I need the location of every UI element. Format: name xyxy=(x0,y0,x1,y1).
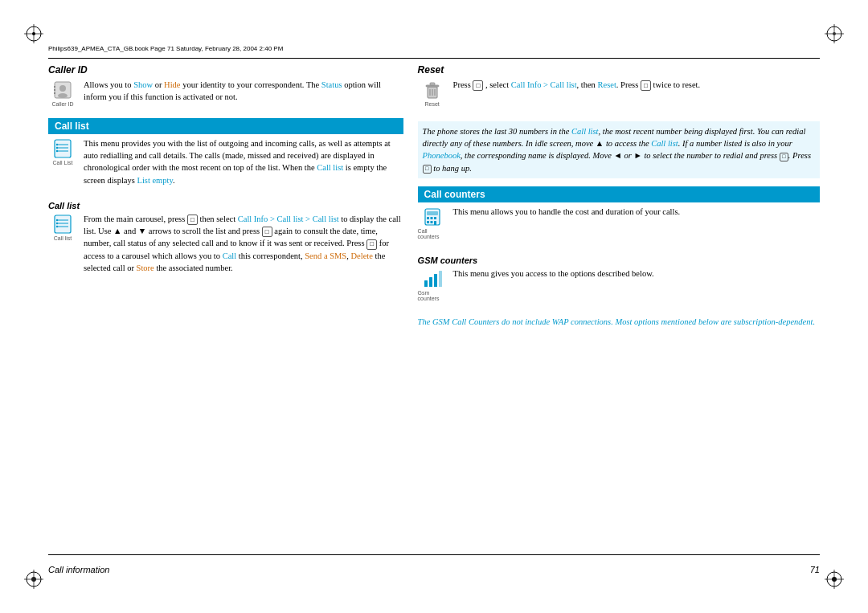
svg-point-34 xyxy=(56,223,58,224)
call-list-sub-icon xyxy=(51,213,74,235)
call-list-section: Call list xyxy=(48,118,403,190)
svg-rect-50 xyxy=(424,280,428,287)
svg-rect-49 xyxy=(434,221,436,225)
page: Philips639_APMEA_CTA_GB.book Page 71 Sat… xyxy=(0,0,868,613)
svg-point-3 xyxy=(32,32,35,35)
reset-heading: Reset xyxy=(418,64,820,76)
svg-rect-51 xyxy=(429,277,432,287)
call-list-icon-label: Call List xyxy=(53,160,73,166)
call-list-icon xyxy=(51,137,74,160)
top-rule xyxy=(48,58,820,59)
reset-row: Reset Press □ , select Call Info > Call … xyxy=(418,79,820,107)
gsm-italic-text: The GSM Call Counters do not include WAP… xyxy=(418,316,820,328)
call-counters-heading: Call counters xyxy=(418,186,820,202)
svg-rect-19 xyxy=(54,86,55,88)
svg-rect-52 xyxy=(434,274,437,287)
svg-rect-45 xyxy=(430,217,432,219)
svg-point-7 xyxy=(833,32,836,35)
call-list-sub-icon-box: Call list xyxy=(48,213,77,241)
call-list-heading: Call list xyxy=(48,118,403,134)
content-area: Caller ID xyxy=(48,64,820,549)
svg-point-11 xyxy=(31,577,36,582)
call-counters-icon-label: Call counters xyxy=(418,228,447,239)
svg-point-35 xyxy=(56,226,58,227)
footer-left: Call information xyxy=(48,565,109,574)
svg-rect-46 xyxy=(434,217,436,219)
call-list-info-block: The phone stores the last 30 numbers in … xyxy=(418,121,820,178)
reset-icon-box: Reset xyxy=(418,79,447,107)
svg-rect-43 xyxy=(427,211,438,215)
svg-rect-44 xyxy=(427,217,429,219)
call-counters-icon-box: Call counters xyxy=(418,206,447,239)
svg-rect-48 xyxy=(430,221,432,223)
call-list-row: Call List This menu provides you with th… xyxy=(48,137,403,186)
reset-text: Press □ , select Call Info > Call list, … xyxy=(453,79,820,91)
left-column: Caller ID xyxy=(48,64,403,549)
caller-id-icon-box: Caller ID xyxy=(48,79,77,107)
corner-mark-tr xyxy=(823,22,845,45)
call-counters-section: Call counters xyxy=(418,186,820,243)
svg-point-17 xyxy=(59,85,66,92)
caller-id-icon-label: Caller ID xyxy=(51,101,73,107)
svg-rect-20 xyxy=(54,89,55,91)
call-list-icon-box: Call List xyxy=(48,137,77,166)
svg-point-33 xyxy=(56,219,58,221)
call-list-sub-icon-label: Call list xyxy=(54,235,72,241)
corner-mark-br xyxy=(823,568,845,591)
caller-id-section: Caller ID xyxy=(48,64,403,110)
svg-rect-21 xyxy=(54,92,55,94)
svg-point-15 xyxy=(832,577,837,582)
gsm-counters-text: This menu gives you access to the option… xyxy=(453,268,820,280)
call-list-sub-heading: Call list xyxy=(48,201,403,210)
svg-point-27 xyxy=(56,147,58,149)
file-info-bar: Philips639_APMEA_CTA_GB.book Page 71 Sat… xyxy=(48,45,820,52)
call-list-sub-text: From the main carousel, press □ then sel… xyxy=(84,213,403,274)
caller-id-text: Allows you to Show or Hide your identity… xyxy=(84,79,403,103)
gsm-counters-icon-label: Gsm counters xyxy=(418,290,447,301)
file-info-text: Philips639_APMEA_CTA_GB.book Page 71 Sat… xyxy=(48,45,283,52)
gsm-counters-row: Gsm counters This menu gives you access … xyxy=(418,268,820,301)
svg-rect-47 xyxy=(427,221,429,223)
svg-point-26 xyxy=(56,144,58,145)
call-list-sub-section: Call list xyxy=(48,198,403,277)
caller-id-heading: Caller ID xyxy=(48,64,403,76)
reset-icon-label: Reset xyxy=(424,101,439,107)
corner-mark-tl xyxy=(23,22,45,45)
right-column: Reset xyxy=(418,64,820,549)
corner-mark-bl xyxy=(23,568,45,591)
bottom-rule xyxy=(48,554,820,555)
gsm-counters-heading: GSM counters xyxy=(418,255,820,265)
gsm-counters-icon-box: Gsm counters xyxy=(418,268,447,301)
caller-id-icon xyxy=(51,79,74,101)
reset-section: Reset xyxy=(418,64,820,110)
svg-rect-38 xyxy=(430,83,435,85)
svg-rect-53 xyxy=(439,271,442,287)
svg-point-18 xyxy=(58,93,68,98)
call-counters-row: Call counters This menu allows you to ha… xyxy=(418,206,820,239)
call-list-sub-row: Call list From the main carousel, press … xyxy=(48,213,403,274)
gsm-counters-icon xyxy=(421,268,444,290)
caller-id-row: Caller ID Allows you to Show or Hide you… xyxy=(48,79,403,107)
call-counters-text: This menu allows you to handle the cost … xyxy=(453,206,820,218)
footer: Call information 71 xyxy=(48,565,820,574)
reset-icon xyxy=(421,79,444,101)
gsm-counters-section: GSM counters Gsm counters xyxy=(418,252,820,304)
call-list-text: This menu provides you with the list of … xyxy=(84,137,403,186)
svg-point-28 xyxy=(56,150,58,152)
footer-right: 71 xyxy=(810,565,820,574)
call-counters-icon xyxy=(421,206,444,228)
